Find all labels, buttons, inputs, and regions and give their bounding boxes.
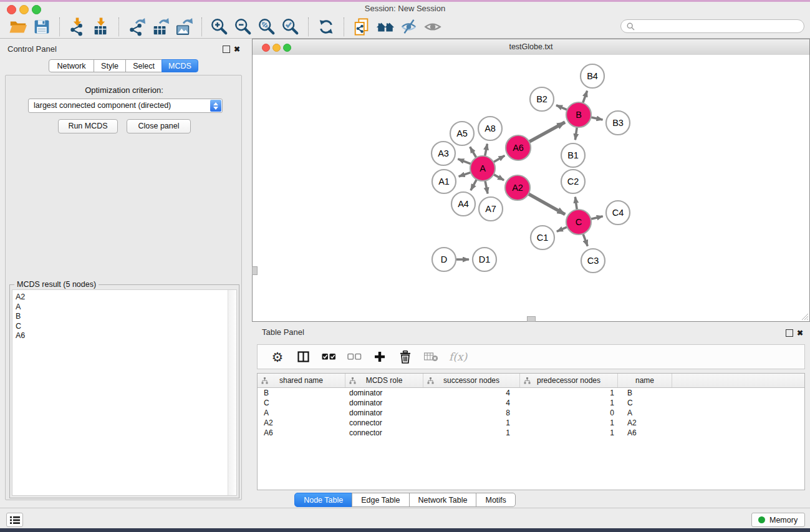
add-column-icon[interactable] — [372, 348, 387, 365]
graph-edge-A-A6[interactable] — [493, 156, 504, 162]
table-row[interactable]: Adominator80A — [258, 408, 804, 418]
run-mcds-button[interactable]: Run MCDS — [58, 119, 118, 133]
mcds-result-item[interactable]: A6 — [12, 331, 236, 341]
graph-edge-A-A2[interactable] — [493, 175, 504, 180]
column-header-successor-nodes[interactable]: successor nodes — [423, 374, 520, 387]
delete-column-icon[interactable] — [398, 348, 413, 365]
graph-edge-A-A4[interactable] — [471, 180, 477, 190]
graph-node-A5[interactable]: A5 — [450, 122, 474, 145]
mcds-result-list[interactable]: A2ABCA6 — [12, 289, 237, 496]
table-row[interactable]: A2connector11A2 — [258, 418, 804, 428]
mcds-result-item[interactable]: A — [12, 302, 236, 312]
left-scroll-handle[interactable] — [252, 266, 258, 275]
tab-select[interactable]: Select — [125, 59, 162, 72]
mcds-result-item[interactable]: C — [12, 322, 236, 332]
memory-button[interactable]: Memory — [751, 513, 805, 527]
tab-network-table[interactable]: Network Table — [409, 493, 477, 507]
graph-edge-A-A8[interactable] — [485, 144, 488, 157]
table-settings-icon[interactable]: ⚙ — [270, 348, 285, 365]
control-panel-close-icon[interactable]: ✖ — [234, 46, 240, 53]
column-header-predecessor-nodes[interactable]: predecessor nodes — [520, 374, 618, 387]
column-header-shared-name[interactable]: shared name — [258, 374, 345, 387]
graph-node-C3[interactable]: C3 — [581, 249, 605, 273]
graph-edge-A-A1[interactable] — [459, 172, 471, 177]
task-history-button[interactable] — [6, 513, 23, 527]
graph-edge-B-B3[interactable] — [591, 117, 603, 120]
zoom-out-icon[interactable] — [231, 16, 255, 37]
network-canvas[interactable]: AA1A2A3A4A5A6A7A8BB1B2B3B4CC1C2C3C4DD1 — [253, 55, 809, 321]
graph-edge-A2-C[interactable] — [528, 194, 565, 215]
graph-node-A1[interactable]: A1 — [432, 170, 456, 193]
table-row[interactable]: Bdominator41B — [258, 388, 804, 398]
tab-node-table[interactable]: Node Table — [294, 493, 352, 507]
graph-edge-A6-B[interactable] — [529, 122, 566, 142]
mcds-list-scrollbar[interactable] — [228, 290, 236, 495]
bottom-scroll-handle[interactable] — [527, 316, 536, 322]
graph-node-D[interactable]: D — [432, 248, 456, 271]
import-network-icon[interactable] — [65, 16, 89, 37]
zoom-selected-icon[interactable] — [279, 16, 302, 37]
export-table-icon[interactable] — [148, 16, 172, 37]
graph-node-A2[interactable]: A2 — [505, 175, 530, 200]
table-row[interactable]: Cdominator41C — [258, 398, 804, 408]
network-graph[interactable]: AA1A2A3A4A5A6A7A8BB1B2B3B4CC1C2C3C4DD1 — [253, 55, 809, 321]
graph-edge-B-B1[interactable] — [575, 127, 577, 140]
export-image-icon[interactable] — [172, 16, 196, 37]
tab-style[interactable]: Style — [94, 59, 126, 72]
graph-edge-B-B4[interactable] — [583, 91, 587, 104]
graph-edge-B-B2[interactable] — [556, 105, 567, 110]
home-icon[interactable] — [374, 16, 397, 37]
graph-node-C[interactable]: C — [566, 210, 591, 235]
graph-node-B3[interactable]: B3 — [606, 111, 630, 135]
table-panel-close-icon[interactable]: ✖ — [797, 329, 803, 337]
refresh-layout-icon[interactable] — [314, 16, 338, 37]
zoom-in-icon[interactable] — [208, 16, 231, 37]
network-file-icon[interactable] — [350, 16, 374, 37]
tab-mcds[interactable]: MCDS — [162, 59, 198, 72]
graph-edge-A-A5[interactable] — [470, 147, 476, 158]
hide-selected-icon[interactable] — [397, 16, 421, 37]
graph-edge-C-C3[interactable] — [583, 234, 587, 246]
graph-edge-C-C4[interactable] — [591, 216, 602, 220]
close-panel-button[interactable]: Close panel — [127, 119, 191, 133]
tab-network[interactable]: Network — [49, 59, 94, 72]
mcds-result-item[interactable]: B — [12, 312, 236, 322]
graph-node-A8[interactable]: A8 — [478, 117, 502, 140]
graph-edge-C-C2[interactable] — [575, 197, 577, 210]
open-session-icon[interactable] — [6, 16, 30, 37]
tab-edge-table[interactable]: Edge Table — [352, 493, 409, 507]
column-header-name[interactable]: name — [618, 374, 672, 387]
graph-node-A7[interactable]: A7 — [479, 197, 503, 221]
search-field[interactable] — [620, 19, 804, 33]
graph-edge-A-A3[interactable] — [458, 159, 471, 164]
deselect-all-icon[interactable] — [347, 348, 362, 365]
column-layout-icon[interactable] — [296, 348, 311, 365]
graph-node-A6[interactable]: A6 — [506, 135, 531, 160]
network-window-titlebar[interactable]: testGlobe.txt — [253, 39, 809, 56]
show-eye-icon[interactable] — [421, 16, 445, 37]
graph-node-C2[interactable]: C2 — [561, 170, 585, 193]
graph-node-C4[interactable]: C4 — [606, 201, 630, 225]
export-network-icon[interactable] — [125, 16, 148, 37]
column-header-MCDS-role[interactable]: MCDS role — [345, 374, 423, 387]
table-panel-float-icon[interactable] — [786, 329, 793, 337]
graph-node-A3[interactable]: A3 — [432, 142, 455, 165]
control-panel-float-icon[interactable] — [223, 46, 230, 53]
table-row[interactable]: A6connector11A6 — [258, 428, 804, 438]
resize-grip-icon[interactable] — [800, 312, 809, 321]
graph-node-B[interactable]: B — [566, 102, 591, 127]
graph-edge-A-A7[interactable] — [485, 181, 488, 194]
graph-node-A[interactable]: A — [470, 156, 495, 181]
tab-motifs[interactable]: Motifs — [476, 493, 515, 507]
graph-node-B1[interactable]: B1 — [561, 143, 585, 167]
graph-node-C1[interactable]: C1 — [531, 226, 554, 249]
criterion-select[interactable]: largest connected component (directed) — [28, 99, 223, 113]
graph-edge-C-C1[interactable] — [557, 227, 567, 231]
mcds-result-item[interactable]: A2 — [12, 293, 236, 302]
graph-node-B4[interactable]: B4 — [581, 64, 604, 88]
save-session-icon[interactable] — [30, 16, 54, 37]
graph-node-B2[interactable]: B2 — [530, 87, 554, 111]
select-all-icon[interactable] — [321, 348, 336, 365]
search-input[interactable] — [638, 21, 796, 31]
graph-node-D1[interactable]: D1 — [473, 248, 496, 271]
